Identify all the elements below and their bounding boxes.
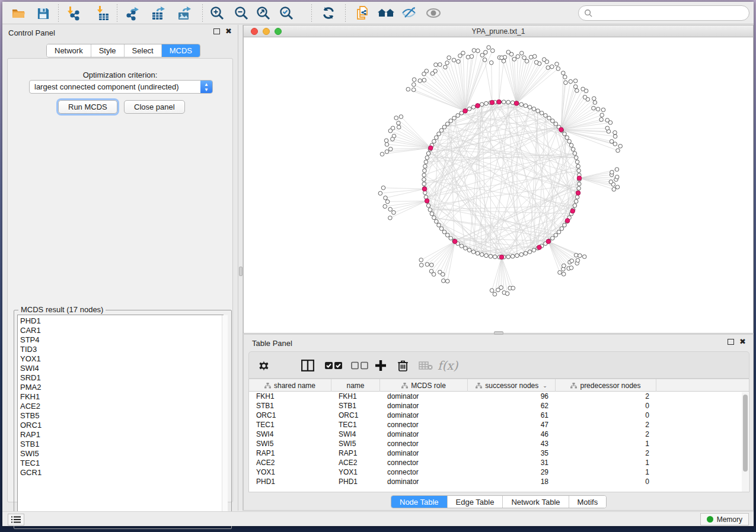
table-row[interactable]: PHD1PHD1dominator180 bbox=[249, 477, 749, 486]
table-row[interactable]: SWI4SWI4dominator462 bbox=[249, 430, 749, 439]
zoom-in-icon[interactable] bbox=[207, 4, 227, 23]
mcds-result-item[interactable]: SWI5 bbox=[20, 449, 223, 459]
tab-network[interactable]: Network bbox=[47, 44, 91, 57]
zoom-out-icon[interactable] bbox=[231, 4, 251, 23]
memory-button[interactable]: Memory bbox=[700, 513, 749, 525]
export-network-icon[interactable] bbox=[123, 4, 143, 23]
zoom-fit-icon[interactable] bbox=[253, 4, 273, 23]
table-row[interactable]: FKH1FKH1dominator962 bbox=[249, 392, 749, 401]
table-row[interactable]: ORC1ORC1dominator610 bbox=[249, 411, 749, 420]
optimization-criterion-select[interactable]: largest connected component (undirected)… bbox=[29, 80, 213, 94]
add-column-icon[interactable] bbox=[375, 357, 387, 374]
network-canvas[interactable] bbox=[244, 37, 753, 333]
table-row[interactable]: STB1STB1dominator620 bbox=[249, 401, 749, 411]
close-table-panel-icon[interactable]: ✖ bbox=[739, 339, 746, 345]
refresh-layout-icon[interactable] bbox=[318, 4, 339, 23]
cell-predecessor-nodes: 0 bbox=[556, 411, 649, 420]
task-history-button[interactable] bbox=[8, 514, 24, 525]
import-table-icon[interactable] bbox=[92, 4, 112, 23]
table-scrollbar[interactable] bbox=[742, 392, 748, 492]
mcds-result-item[interactable]: FKH1 bbox=[20, 392, 223, 402]
mcds-result-item[interactable]: SWI4 bbox=[20, 364, 223, 373]
mcds-result-item[interactable]: CAR1 bbox=[20, 326, 223, 335]
table-row[interactable]: ACE2ACE2connector311 bbox=[249, 458, 749, 467]
cell-shared-name: ORC1 bbox=[256, 411, 276, 420]
column-header-predecessor-nodes[interactable]: predecessor nodes bbox=[556, 379, 656, 392]
table-scrollbar-thumb[interactable] bbox=[743, 395, 748, 472]
float-table-panel-icon[interactable] bbox=[728, 339, 734, 345]
show-all-icon[interactable] bbox=[423, 4, 444, 23]
tab-motifs[interactable]: Motifs bbox=[569, 496, 607, 508]
delete-column-icon[interactable] bbox=[397, 357, 409, 374]
table-row[interactable]: SWI5SWI5connector431 bbox=[249, 439, 749, 448]
column-header-successor-nodes[interactable]: successor nodes⌄ bbox=[468, 379, 556, 392]
mcds-result-list[interactable]: PHD1CAR1STP4TID3YOX1SWI4SRD1PMA2FKH1ACE2… bbox=[17, 315, 224, 524]
mcds-list-scrollbar[interactable] bbox=[222, 315, 228, 524]
horizontal-splitter-handle[interactable] bbox=[494, 331, 503, 335]
mcds-result-item[interactable]: RAP1 bbox=[20, 430, 223, 440]
tree-icon bbox=[476, 383, 482, 389]
vertical-splitter[interactable] bbox=[238, 25, 243, 511]
column-header-MCDS-role[interactable]: MCDS role bbox=[380, 379, 468, 392]
mcds-result-item[interactable]: STB1 bbox=[20, 440, 223, 449]
deselect-all-icon[interactable] bbox=[351, 357, 369, 374]
cell-MCDS-role: dominator bbox=[387, 430, 419, 439]
tab-network-table[interactable]: Network Table bbox=[503, 496, 569, 508]
mcds-result-item[interactable]: GCR1 bbox=[20, 468, 223, 477]
splitter-handle[interactable] bbox=[239, 267, 243, 276]
table-row[interactable]: TEC1TEC1connector472 bbox=[249, 420, 749, 430]
cell-successor-nodes: 29 bbox=[468, 467, 548, 477]
control-panel-title: Control Panel bbox=[8, 28, 55, 37]
mcds-result-item[interactable]: STP4 bbox=[20, 335, 223, 345]
cell-name: ACE2 bbox=[339, 458, 357, 467]
export-table-icon[interactable] bbox=[148, 4, 168, 23]
import-network-icon[interactable] bbox=[62, 4, 82, 23]
duplicate-network-icon[interactable] bbox=[352, 4, 372, 23]
mcds-result-item[interactable]: TEC1 bbox=[20, 459, 223, 468]
cell-successor-nodes: 46 bbox=[468, 430, 548, 439]
mcds-result-item[interactable]: YOX1 bbox=[20, 354, 223, 364]
mcds-result-item[interactable]: PMA2 bbox=[20, 383, 223, 392]
mcds-result-item[interactable]: STB5 bbox=[20, 411, 223, 421]
control-panel-tabs: NetworkStyleSelectMCDS bbox=[46, 44, 200, 57]
mcds-result-item[interactable]: PHD1 bbox=[20, 316, 223, 326]
list-icon bbox=[11, 516, 21, 523]
status-bar: Memory bbox=[2, 511, 754, 526]
cell-MCDS-role: dominator bbox=[387, 392, 419, 401]
search-input[interactable] bbox=[578, 5, 749, 21]
network-view-titlebar[interactable]: YPA_prune.txt_1 bbox=[244, 25, 753, 37]
mcds-result-item[interactable]: SRD1 bbox=[20, 373, 223, 383]
select-all-icon[interactable] bbox=[325, 357, 343, 374]
save-session-icon[interactable] bbox=[33, 4, 53, 23]
mcds-result-item[interactable]: ACE2 bbox=[20, 402, 223, 411]
zoom-selected-icon[interactable] bbox=[276, 4, 296, 23]
table-row[interactable]: YOX1YOX1connector291 bbox=[249, 467, 749, 477]
tab-select[interactable]: Select bbox=[125, 44, 162, 57]
column-header-shared-name[interactable]: shared name bbox=[249, 379, 331, 392]
split-columns-icon[interactable] bbox=[301, 357, 314, 374]
run-mcds-button[interactable]: Run MCDS bbox=[58, 100, 117, 114]
tab-style[interactable]: Style bbox=[91, 44, 125, 57]
table-row[interactable]: RAP1RAP1dominator352 bbox=[249, 448, 749, 458]
app-window: Control Panel ✖ NetworkStyleSelectMCDS O… bbox=[2, 2, 754, 526]
settings-gear-icon[interactable] bbox=[257, 357, 270, 374]
first-neighbors-icon[interactable] bbox=[376, 4, 396, 23]
float-panel-icon[interactable] bbox=[213, 28, 220, 34]
cell-successor-nodes: 47 bbox=[468, 420, 548, 430]
delete-table-icon[interactable] bbox=[419, 357, 433, 374]
export-image-icon[interactable] bbox=[174, 4, 194, 23]
cell-name: SWI5 bbox=[339, 439, 356, 448]
tab-edge-table[interactable]: Edge Table bbox=[448, 496, 503, 508]
memory-label: Memory bbox=[717, 515, 742, 524]
column-header-name[interactable]: name bbox=[331, 379, 380, 392]
close-panel-icon[interactable]: ✖ bbox=[225, 28, 232, 34]
tab-mcds[interactable]: MCDS bbox=[162, 44, 200, 57]
toolbar-separator bbox=[345, 4, 346, 22]
close-panel-button[interactable]: Close panel bbox=[124, 100, 185, 114]
open-file-icon[interactable] bbox=[8, 4, 28, 23]
tab-node-table[interactable]: Node Table bbox=[391, 496, 448, 508]
table-header: shared namenameMCDS rolesuccessor nodes⌄… bbox=[249, 379, 749, 392]
hide-selected-icon[interactable] bbox=[400, 4, 420, 23]
mcds-result-item[interactable]: TID3 bbox=[20, 345, 223, 354]
mcds-result-item[interactable]: ORC1 bbox=[20, 421, 223, 430]
